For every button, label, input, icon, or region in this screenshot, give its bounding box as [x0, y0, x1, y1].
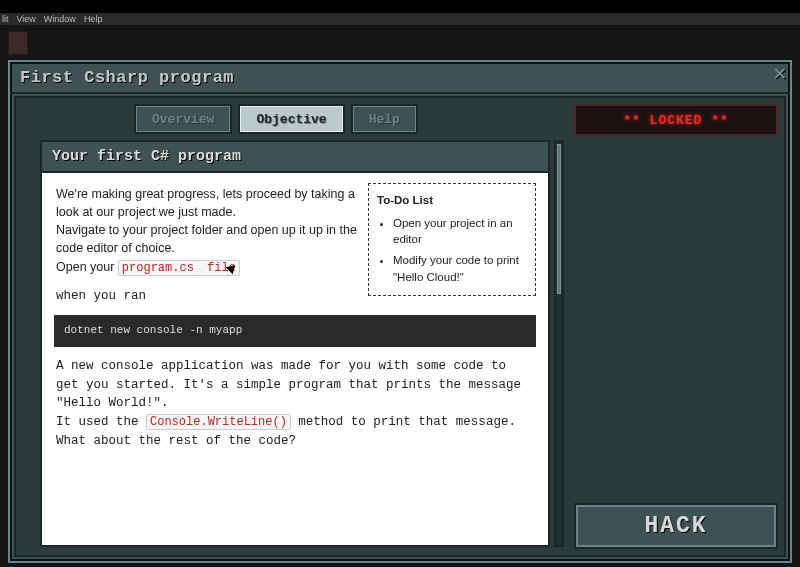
- side-spacer: [574, 146, 778, 493]
- avatar: [8, 31, 28, 55]
- text: Open your: [56, 260, 118, 274]
- menu-item[interactable]: View: [17, 14, 36, 24]
- main-column: Overview Objective Help Your first C# pr…: [16, 98, 572, 555]
- paragraph: A new console application was made for y…: [56, 357, 534, 413]
- todo-item: Modify your code to print "Hello Cloud!": [393, 252, 527, 285]
- inline-code: Console.WriteLine(): [146, 414, 291, 430]
- close-button[interactable]: ✕: [768, 64, 792, 88]
- todo-box: To-Do List Open your project in an edito…: [368, 183, 536, 296]
- hack-button[interactable]: HACK: [574, 503, 778, 549]
- content-wrap: Your first C# program To-Do List Open yo…: [40, 140, 564, 547]
- window-body: Overview Objective Help Your first C# pr…: [14, 96, 786, 557]
- tab-bar: Overview Objective Help: [134, 104, 564, 134]
- window-titlebar: First Csharp program ✕: [10, 62, 790, 94]
- text: It used the: [56, 415, 146, 429]
- content-panel: Your first C# program To-Do List Open yo…: [40, 140, 550, 547]
- code-block: dotnet new console -n myapp: [54, 315, 536, 347]
- paragraph: It used the Console.WriteLine() method t…: [56, 413, 534, 451]
- scrollbar-thumb[interactable]: [557, 144, 561, 294]
- inline-code: file: [197, 260, 240, 276]
- scrollbar[interactable]: [554, 140, 564, 547]
- window-title: First Csharp program: [20, 68, 234, 87]
- todo-title: To-Do List: [377, 192, 527, 209]
- side-column: ** LOCKED ** HACK: [572, 98, 784, 555]
- inline-code: program.cs: [118, 260, 198, 276]
- tab-objective[interactable]: Objective: [238, 104, 344, 134]
- menu-item[interactable]: Window: [44, 14, 76, 24]
- menu-item[interactable]: lit: [2, 14, 9, 24]
- os-menubar: lit View Window Help: [0, 13, 800, 25]
- locked-indicator: ** LOCKED **: [574, 104, 778, 136]
- todo-item: Open your project in an editor: [393, 215, 527, 248]
- tab-help[interactable]: Help: [351, 104, 418, 134]
- content-heading: Your first C# program: [42, 142, 548, 173]
- content-body: To-Do List Open your project in an edito…: [42, 173, 548, 463]
- menu-item[interactable]: Help: [84, 14, 103, 24]
- lesson-window: First Csharp program ✕ Overview Objectiv…: [8, 60, 792, 563]
- tab-overview[interactable]: Overview: [134, 104, 232, 134]
